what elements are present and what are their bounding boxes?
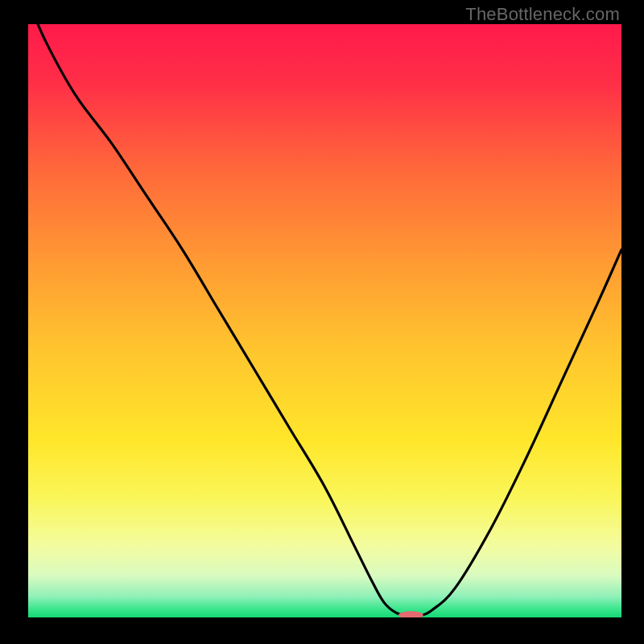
plot-area bbox=[28, 24, 621, 617]
svg-point-1 bbox=[398, 611, 423, 617]
bottleneck-curve bbox=[28, 24, 621, 617]
watermark-text: TheBottleneck.com bbox=[465, 4, 620, 25]
chart-frame: TheBottleneck.com bbox=[0, 0, 644, 644]
